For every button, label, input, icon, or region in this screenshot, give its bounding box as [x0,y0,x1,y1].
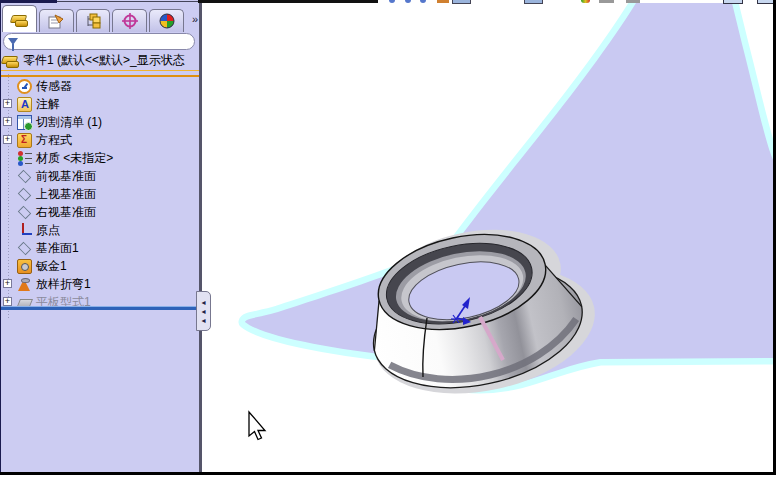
window-left-edge [0,0,1,472]
panel-splitter-handle[interactable]: ◂ ◂ ◂ [196,291,211,331]
collapse-arrow-icon: ◂ [201,298,205,307]
toolbar-fragment-icon [599,0,614,3]
collapse-arrow-icon: ◂ [201,307,205,316]
window-bottom-edge [0,472,776,475]
toolbar-clipped-edge [198,0,378,3]
toolbar-fragment-icon [626,0,640,3]
toolbar-fragment-icon [437,0,449,3]
toolbar-fragment-icon [452,0,471,4]
toolbar-fragment-icon [524,0,543,4]
toolbar-fragment-icon [723,0,743,4]
viewport-canvas[interactable] [0,0,776,480]
solidworks-window: » 零件1 (默认<<默认>_显示状态 传感器 + 注解 + [0,0,776,480]
collapse-arrow-icon: ◂ [201,316,205,325]
mouse-cursor-icon [249,412,265,440]
